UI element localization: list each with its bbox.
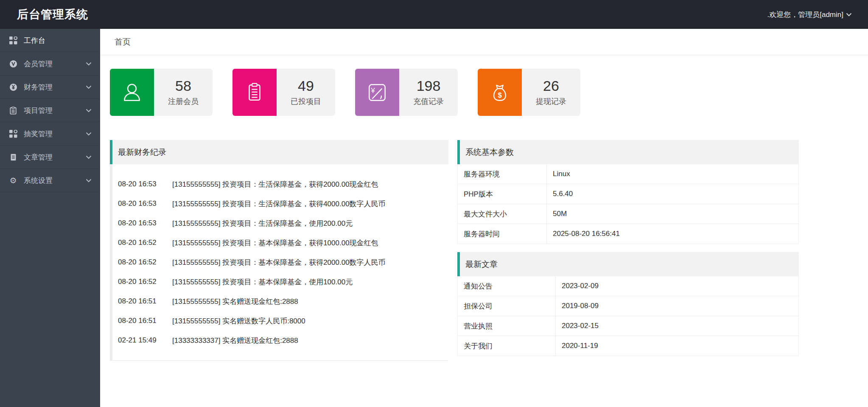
sidebar-item-label: 系统设置 <box>24 176 86 185</box>
param-row: PHP版本 5.6.40 <box>458 184 798 204</box>
svg-text:¥: ¥ <box>370 87 375 95</box>
stat-card-recharge: ¥ 198 充值记录 <box>355 69 458 116</box>
sidebar-item-members[interactable]: 会员管理 <box>0 52 100 76</box>
record-time: 08-20 16:52 <box>118 239 172 247</box>
param-value: Linux <box>547 164 798 184</box>
user-icon <box>110 69 154 116</box>
param-row: 服务器环境 Linux <box>458 164 798 184</box>
app-title: 后台管理系统 <box>0 7 88 22</box>
yuan-recharge-icon: ¥ <box>355 69 399 116</box>
system-panel-title: 系统基本参数 <box>457 140 799 164</box>
article-title: 关于我们 <box>458 336 556 356</box>
record-time: 08-20 16:52 <box>118 278 172 286</box>
stat-value: 198 <box>417 78 441 94</box>
finance-panel-title: 最新财务纪录 <box>110 140 448 164</box>
param-row: 最大文件大小 50M <box>458 204 798 224</box>
chevron-down-icon <box>86 179 92 182</box>
finance-yuan-icon <box>8 83 18 91</box>
article-row: 营业执照 2023-02-15 <box>458 316 798 336</box>
record-time: 08-20 16:53 <box>118 219 172 227</box>
param-row: 服务器时间 2025-08-20 16:56:41 <box>458 224 798 244</box>
finance-record: 02-21 15:49 [13333333337] 实名赠送现金红包:2888 <box>112 331 448 350</box>
article-date: 2020-11-19 <box>556 336 798 356</box>
article-row: 担保公司 2019-08-09 <box>458 296 798 316</box>
sidebar-item-lottery[interactable]: 抽奖管理 <box>0 122 100 146</box>
param-value: 2025-08-20 16:56:41 <box>547 224 798 244</box>
svg-text:$: $ <box>498 91 501 99</box>
stat-label: 提现记录 <box>536 96 566 107</box>
finance-record: 08-20 16:52 [13155555555] 投资项目：基本保障基金，获得… <box>112 233 448 253</box>
stat-label: 已投项目 <box>291 96 321 107</box>
sidebar-item-articles[interactable]: 文章管理 <box>0 146 100 169</box>
param-label: 最大文件大小 <box>458 204 547 224</box>
record-text: [13155555555] 投资项目：基本保障基金，获得2000.00数字人民币 <box>172 258 448 267</box>
finance-record: 08-20 16:51 [13155555555] 实名赠送现金红包:2888 <box>112 292 448 311</box>
param-label: 服务器环境 <box>458 164 547 184</box>
article-doc-icon <box>8 153 18 161</box>
sidebar-item-projects[interactable]: 项目管理 <box>0 99 100 122</box>
sidebar-item-label: 项目管理 <box>24 106 86 115</box>
stat-value: 58 <box>175 78 191 94</box>
main-content: 首页 58 注册会员 <box>100 29 868 407</box>
system-params-table: 服务器环境 Linux PHP版本 5.6.40 最大文件大小 50M <box>457 164 799 244</box>
user-menu[interactable]: .欢迎您，管理员[admin] <box>767 10 868 20</box>
breadcrumb-home[interactable]: 首页 <box>115 36 131 48</box>
stat-card-invested: 49 已投项目 <box>232 69 335 116</box>
record-text: [13155555555] 投资项目：生活保障基金，获得4000.00数字人民币 <box>172 199 448 209</box>
stat-card-members: 58 注册会员 <box>110 69 213 116</box>
stat-label: 注册会员 <box>168 96 199 107</box>
chevron-down-icon <box>86 109 92 112</box>
finance-record: 08-20 16:52 [13155555555] 投资项目：基本保障基金，使用… <box>112 272 448 292</box>
record-text: [13333333337] 实名赠送现金红包:2888 <box>172 336 448 345</box>
clipboard-icon <box>232 69 277 116</box>
article-date: 2023-02-09 <box>556 276 798 296</box>
sidebar-item-label: 文章管理 <box>24 152 86 162</box>
stat-card-withdraw: $ 26 提现记录 <box>478 69 580 116</box>
article-row: 通知公告 2023-02-09 <box>458 276 798 296</box>
sidebar: 工作台 会员管理 财务管理 <box>0 29 100 407</box>
lottery-grid-icon <box>8 129 18 138</box>
sidebar-item-label: 会员管理 <box>24 59 86 69</box>
stat-cards: 58 注册会员 49 已投项目 ¥ <box>110 69 868 116</box>
param-label: 服务器时间 <box>458 224 547 244</box>
finance-record: 08-20 16:52 [13155555555] 投资项目：基本保障基金，获得… <box>112 253 448 272</box>
top-header: 后台管理系统 .欢迎您，管理员[admin] <box>0 0 868 29</box>
record-text: [13155555555] 投资项目：基本保障基金，获得1000.00现金红包 <box>172 238 448 248</box>
finance-record: 08-20 16:53 [13155555555] 投资项目：生活保障基金，获得… <box>112 194 448 213</box>
member-circle-icon <box>8 59 18 68</box>
sidebar-item-workbench[interactable]: 工作台 <box>0 29 100 52</box>
stat-value: 26 <box>543 78 559 94</box>
chevron-down-icon <box>86 132 92 136</box>
article-date: 2019-08-09 <box>556 296 798 316</box>
record-time: 08-20 16:52 <box>118 258 172 267</box>
param-value: 50M <box>547 204 798 224</box>
project-clipboard-icon <box>8 106 18 115</box>
money-bag-icon: $ <box>478 69 522 116</box>
record-text: [13155555555] 实名赠送现金红包:2888 <box>172 297 448 306</box>
record-text: [13155555555] 投资项目：生活保障基金，获得2000.00现金红包 <box>172 180 448 189</box>
sidebar-item-settings[interactable]: ⚙ 系统设置 <box>0 169 100 192</box>
chevron-down-icon <box>86 62 92 66</box>
latest-articles-panel: 最新文章 通知公告 2023-02-09 担保公司 2019-08-09 <box>457 252 799 356</box>
chevron-down-icon <box>86 85 92 89</box>
article-row: 关于我们 2020-11-19 <box>458 336 798 356</box>
param-value: 5.6.40 <box>547 184 798 204</box>
record-text: [13155555555] 投资项目：基本保障基金，使用100.00元 <box>172 277 448 287</box>
finance-record: 08-20 16:53 [13155555555] 投资项目：生活保障基金，使用… <box>112 213 448 233</box>
chevron-down-icon <box>846 13 852 17</box>
finance-panel: 最新财务纪录 08-20 16:53 [13155555555] 投资项目：生活… <box>110 140 448 361</box>
record-time: 08-20 16:53 <box>118 199 172 208</box>
sidebar-item-label: 抽奖管理 <box>24 129 86 139</box>
article-title: 担保公司 <box>458 296 556 316</box>
articles-table: 通知公告 2023-02-09 担保公司 2019-08-09 营业执照 202… <box>457 276 799 356</box>
sidebar-item-finance[interactable]: 财务管理 <box>0 76 100 99</box>
record-time: 08-20 16:51 <box>118 317 172 325</box>
record-time: 02-21 15:49 <box>118 336 172 345</box>
record-time: 08-20 16:53 <box>118 180 172 188</box>
welcome-text: .欢迎您，管理员[admin] <box>767 10 843 20</box>
gear-icon: ⚙ <box>8 176 18 185</box>
stat-value: 49 <box>298 78 314 94</box>
sidebar-item-label: 工作台 <box>24 36 92 45</box>
record-text: [13155555555] 实名赠送数字人民币:8000 <box>172 316 448 326</box>
record-text: [13155555555] 投资项目：生活保障基金，使用200.00元 <box>172 219 448 228</box>
